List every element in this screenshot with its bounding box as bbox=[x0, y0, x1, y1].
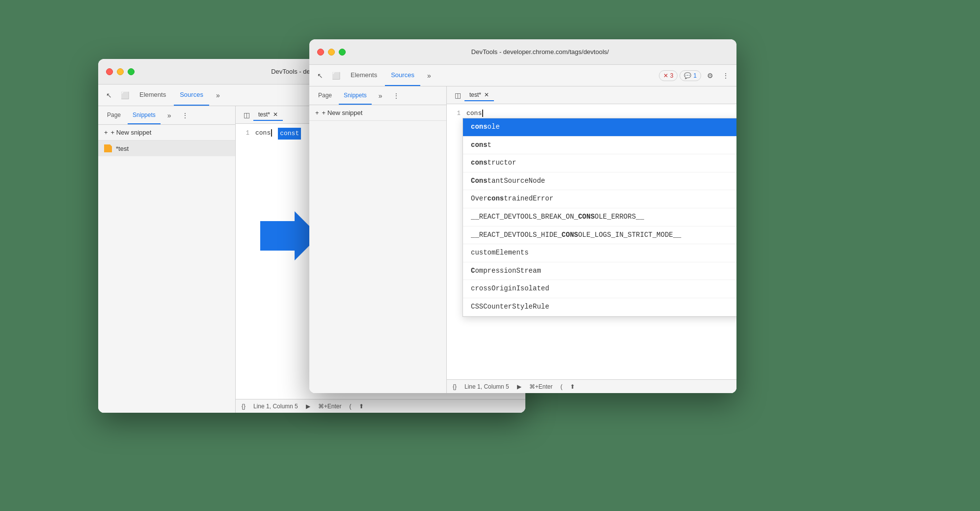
paren-icon-back: ( bbox=[349, 403, 351, 410]
autocomplete-item-constantsourcenode[interactable]: ConstantSourceNode bbox=[463, 172, 736, 191]
new-snippet-label-front: + New snippet bbox=[322, 109, 363, 116]
cursor-icon-front[interactable]: ↖ bbox=[313, 69, 327, 83]
maximize-button-front[interactable] bbox=[339, 49, 346, 56]
editor-statusbar-front: {} Line 1, Column 5 ▶ ⌘+Enter ( ⬆ bbox=[447, 379, 736, 393]
run-shortcut-front: ⌘+Enter bbox=[529, 383, 553, 390]
settings-icon-front[interactable]: ⚙ bbox=[703, 69, 717, 83]
sidebar-panel-back: Page Snippets » ⋮ + + New snippet *test bbox=[98, 106, 236, 413]
traffic-lights-front bbox=[317, 49, 346, 56]
autocomplete-match-custom: customElements bbox=[471, 249, 529, 256]
autocomplete-match-csnm: ConstantSourceNode bbox=[471, 177, 545, 185]
titlebar-front: DevTools - developer.chrome.com/tags/dev… bbox=[309, 39, 736, 65]
new-snippet-button-back[interactable]: + + New snippet bbox=[98, 125, 235, 141]
sources-tab-front[interactable]: Sources bbox=[385, 65, 420, 86]
panel-container-front: Page Snippets » ⋮ + + New snippet ◫ test… bbox=[309, 86, 736, 393]
line-number-back: 1 bbox=[240, 128, 249, 140]
sidebar-panel-front: Page Snippets » ⋮ + + New snippet bbox=[309, 86, 447, 393]
line-col-front: Line 1, Column 5 bbox=[464, 383, 509, 390]
autocomplete-match-constructor: constructor bbox=[471, 159, 516, 167]
editor-tabs-front: ◫ test* ✕ bbox=[447, 86, 736, 104]
more-panel-tabs-back[interactable]: » bbox=[163, 109, 176, 122]
page-tab-back[interactable]: Page bbox=[102, 106, 126, 124]
close-button-front[interactable] bbox=[317, 49, 324, 56]
snippet-name-back: *test bbox=[116, 145, 129, 152]
close-tab-icon-back[interactable]: ✕ bbox=[273, 111, 278, 118]
snippets-tab-front[interactable]: Snippets bbox=[339, 86, 372, 105]
info-badge-front[interactable]: 💬 1 bbox=[680, 70, 701, 81]
elements-tab-front[interactable]: Elements bbox=[345, 65, 383, 86]
new-snippet-button-front[interactable]: + + New snippet bbox=[309, 105, 446, 121]
autocomplete-match-cross: crossOriginIsolated bbox=[471, 284, 549, 292]
editor-statusbar-back: {} Line 1, Column 5 ▶ ⌘+Enter ( ⬆ bbox=[236, 399, 525, 413]
info-icon: 💬 bbox=[684, 72, 691, 79]
more-tabs-back[interactable]: » bbox=[211, 88, 225, 102]
autocomplete-item-react-hide[interactable]: __REACT_DEVTOOLS_HIDE_CONSOLE_LOGS_IN_ST… bbox=[463, 227, 736, 245]
test-editor-tab-back[interactable]: test* ✕ bbox=[253, 109, 283, 121]
plus-icon-back: + bbox=[104, 129, 108, 136]
minimize-button-back[interactable] bbox=[117, 68, 124, 75]
new-snippet-label-back: + New snippet bbox=[111, 129, 152, 136]
autocomplete-match-comp: CompressionStream bbox=[471, 267, 541, 275]
editor-panel-front: ◫ test* ✕ 1 cons console const bbox=[447, 86, 736, 393]
autocomplete-match-react-break: __REACT_DEVTOOLS_BREAK_ON_CONSOLE_ERRORS… bbox=[471, 213, 644, 221]
sidebar-toggle-front[interactable]: ◫ bbox=[451, 88, 464, 102]
more-menu-front[interactable]: ⋮ bbox=[719, 69, 733, 83]
autocomplete-item-crossorigin[interactable]: crossOriginIsolated bbox=[463, 280, 736, 298]
paren-icon-front: ( bbox=[560, 383, 562, 390]
page-tab-front[interactable]: Page bbox=[313, 86, 337, 105]
close-tab-icon-front[interactable]: ✕ bbox=[484, 91, 489, 98]
autocomplete-match-react-hide: __REACT_DEVTOOLS_HIDE_CONSOLE_LOGS_IN_ST… bbox=[471, 231, 681, 239]
editor-line-1-front: 1 cons bbox=[451, 108, 733, 119]
image-icon-back[interactable]: ⬆ bbox=[359, 403, 364, 410]
autocomplete-item-compression[interactable]: CompressionStream bbox=[463, 262, 736, 281]
autocomplete-dropdown[interactable]: console const constructor ConstantSource… bbox=[463, 118, 736, 317]
test-editor-tab-front[interactable]: test* ✕ bbox=[464, 89, 494, 101]
more-panel-tabs-front[interactable]: » bbox=[374, 89, 387, 103]
snippets-tab-back[interactable]: Snippets bbox=[128, 106, 161, 124]
autocomplete-item-overconstrained[interactable]: OverconstrainedError bbox=[463, 190, 736, 208]
autocomplete-item-const[interactable]: const bbox=[463, 137, 736, 155]
test-tab-name-back: test* bbox=[258, 111, 270, 118]
device-icon-front[interactable]: ⬜ bbox=[329, 69, 343, 83]
snippet-item-test-back[interactable]: *test bbox=[98, 141, 235, 156]
autocomplete-item-console[interactable]: console bbox=[463, 118, 736, 137]
more-tabs-front[interactable]: » bbox=[422, 69, 436, 83]
autocomplete-match-over: OverconstrainedError bbox=[471, 195, 553, 202]
autocomplete-item-constructor[interactable]: constructor bbox=[463, 154, 736, 172]
error-count: 3 bbox=[670, 72, 674, 79]
traffic-lights-back bbox=[106, 68, 135, 75]
elements-tab-back[interactable]: Elements bbox=[134, 85, 172, 106]
image-icon-front[interactable]: ⬆ bbox=[570, 383, 575, 390]
plus-icon-front: + bbox=[315, 109, 319, 116]
panel-menu-back[interactable]: ⋮ bbox=[178, 109, 192, 122]
sidebar-toggle-back[interactable]: ◫ bbox=[240, 108, 253, 122]
editor-typed-back: cons bbox=[255, 128, 272, 140]
minimize-button-front[interactable] bbox=[328, 49, 335, 56]
run-shortcut-back: ⌘+Enter bbox=[318, 403, 342, 410]
editor-typed-front: cons bbox=[466, 108, 483, 119]
close-button-back[interactable] bbox=[106, 68, 113, 75]
line-col-back: Line 1, Column 5 bbox=[253, 403, 298, 410]
devtools-window-front: DevTools - developer.chrome.com/tags/dev… bbox=[309, 39, 736, 393]
panel-menu-front[interactable]: ⋮ bbox=[389, 89, 403, 103]
test-tab-name-front: test* bbox=[469, 91, 481, 98]
maximize-button-back[interactable] bbox=[128, 68, 135, 75]
panel-tabs-front: Page Snippets » ⋮ bbox=[309, 86, 446, 105]
info-count: 1 bbox=[693, 72, 697, 79]
window-title-front: DevTools - developer.chrome.com/tags/dev… bbox=[352, 48, 729, 56]
line-number-front: 1 bbox=[451, 108, 461, 119]
sources-tab-back[interactable]: Sources bbox=[174, 85, 209, 106]
autocomplete-item-customelements[interactable]: customElements bbox=[463, 244, 736, 262]
run-icon-front[interactable]: ▶ bbox=[517, 383, 521, 390]
snippet-file-icon-back bbox=[104, 144, 112, 152]
autocomplete-item-csscounter[interactable]: CSSCounterStyleRule bbox=[463, 298, 736, 316]
cursor-icon-back[interactable]: ↖ bbox=[102, 88, 116, 102]
braces-icon-front: {} bbox=[453, 383, 457, 390]
autocomplete-match-css: CSSCounterStyleRule bbox=[471, 303, 549, 311]
autocomplete-item-react-break[interactable]: __REACT_DEVTOOLS_BREAK_ON_CONSOLE_ERRORS… bbox=[463, 208, 736, 227]
device-icon-back[interactable]: ⬜ bbox=[118, 88, 132, 102]
run-icon-back[interactable]: ▶ bbox=[306, 403, 310, 410]
editor-content-front[interactable]: 1 cons console const constructor Cons bbox=[447, 104, 736, 379]
error-badge-front[interactable]: ✕ 3 bbox=[659, 70, 678, 81]
autocomplete-match-const: const bbox=[471, 141, 491, 149]
